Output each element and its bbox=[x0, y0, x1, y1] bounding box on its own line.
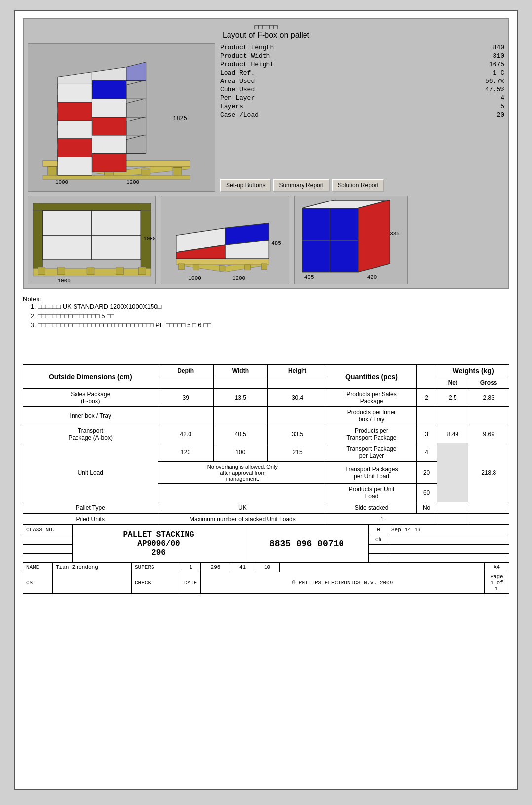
side-view-diagram: 335 405 420 bbox=[294, 196, 408, 284]
sales-package-row: Sales Package(F-box) 39 13.5 30.4 Produc… bbox=[23, 389, 509, 407]
svg-rect-6 bbox=[173, 167, 182, 176]
svg-text:1200: 1200 bbox=[126, 179, 139, 185]
inner-depth bbox=[158, 407, 213, 425]
svg-text:420: 420 bbox=[367, 274, 377, 280]
info-value: 47.5% bbox=[475, 86, 504, 93]
summary-report-button[interactable]: Summary Report bbox=[273, 179, 330, 192]
piled-units-qty: 1 bbox=[327, 514, 437, 525]
pallet-type-row: Pallet Type UK Side stacked No bbox=[23, 502, 509, 514]
title-main: Layout of F-box on pallet bbox=[223, 31, 309, 39]
info-value: 1 C bbox=[475, 69, 504, 77]
pallet-net bbox=[437, 502, 468, 514]
cs-label: CS bbox=[23, 572, 53, 594]
notes-label: Notes: bbox=[23, 295, 509, 303]
sales-package-label: Sales Package(F-box) bbox=[23, 389, 158, 407]
unit-net bbox=[437, 443, 468, 502]
info-value: 20 bbox=[475, 111, 504, 119]
svg-rect-54 bbox=[219, 266, 225, 271]
depth-header: Depth bbox=[158, 365, 213, 377]
svg-rect-36 bbox=[33, 203, 43, 275]
sales-net: 2.5 bbox=[437, 389, 468, 407]
transport-qty: 3 bbox=[416, 425, 437, 443]
col-41: 41 bbox=[230, 563, 255, 572]
button-row: Set-up Buttons Summary Report Solution R… bbox=[220, 179, 504, 192]
svg-rect-46 bbox=[116, 267, 124, 275]
title-japanese: □□□□□□ bbox=[28, 23, 504, 31]
svg-rect-53 bbox=[193, 265, 199, 270]
svg-text:1000: 1000 bbox=[143, 236, 155, 242]
svg-text:335: 335 bbox=[390, 231, 400, 237]
svg-marker-12 bbox=[126, 135, 146, 154]
note-item-3: □□□□□□□□□□□□□□□□□□□□□□□□□□□□□□ PE □□□□□ … bbox=[38, 322, 509, 329]
outside-dim-header: Outside Dimensions (cm) bbox=[23, 365, 158, 389]
unit-width: 100 bbox=[213, 443, 267, 462]
unit-transport-qty-label: Transport Packagesper Unit Load bbox=[327, 462, 416, 484]
supers-value: 1 bbox=[181, 563, 201, 572]
width-header: Width bbox=[213, 365, 267, 377]
svg-marker-22 bbox=[126, 98, 146, 117]
info-label: Area Used bbox=[220, 78, 475, 85]
rev-date: Sep 14 16 bbox=[388, 525, 509, 535]
unit-product-qty-label: Products per UnitLoad bbox=[327, 484, 416, 502]
svg-rect-44 bbox=[58, 267, 65, 275]
svg-marker-32 bbox=[126, 62, 146, 81]
info-row: Layers5 bbox=[220, 102, 504, 111]
transport-depth: 42.0 bbox=[158, 425, 213, 443]
svg-rect-55 bbox=[245, 265, 251, 270]
pallet-3d-view: 1825 1000 1200 bbox=[28, 43, 215, 192]
check-label: CHECK bbox=[132, 572, 181, 594]
svg-marker-27 bbox=[126, 80, 146, 99]
col-10: 10 bbox=[255, 563, 280, 572]
svg-text:1200: 1200 bbox=[232, 275, 245, 281]
name-value: Tian Zhendong bbox=[53, 563, 132, 572]
diagrams-row: 1000 1000 bbox=[28, 196, 504, 284]
supers-label: SUPERS bbox=[132, 563, 181, 572]
note-item-2: □□□□□□□□□□□□□□□□ 5 □□ bbox=[38, 312, 509, 320]
rev-value: 0 bbox=[369, 525, 388, 535]
page-info: Page 1 of 1 bbox=[485, 572, 509, 594]
transport-label: TransportPackage (A-box) bbox=[23, 425, 158, 443]
notes-section: Notes: □□□□□□ UK STANDARD 1200X1000X150□… bbox=[23, 295, 509, 329]
unit-load-note: No overhang is allowed. Onlyafter approv… bbox=[158, 462, 327, 484]
qty-val-header bbox=[416, 365, 437, 389]
sales-width: 13.5 bbox=[213, 389, 267, 407]
pallet-type-label: Pallet Type bbox=[23, 502, 158, 514]
svg-rect-30 bbox=[92, 81, 126, 99]
svg-rect-20 bbox=[92, 117, 126, 135]
part-number: 8835 096 00710 bbox=[245, 525, 369, 563]
svg-marker-31 bbox=[92, 67, 126, 81]
paper-size: A4 bbox=[485, 563, 509, 572]
info-label: Cube Used bbox=[220, 86, 475, 93]
svg-text:1825: 1825 bbox=[173, 115, 187, 122]
info-value: 810 bbox=[475, 52, 504, 60]
front-view-diagram: 1000 1000 bbox=[28, 196, 156, 284]
piled-gross bbox=[468, 514, 509, 525]
inner-gross bbox=[468, 407, 509, 425]
setup-button[interactable]: Set-up Buttons bbox=[220, 179, 271, 192]
svg-rect-24 bbox=[58, 102, 92, 121]
info-row: Area Used56.7% bbox=[220, 77, 504, 85]
info-label: Case /Load bbox=[220, 111, 475, 119]
sales-qty: 2 bbox=[416, 389, 437, 407]
panel-title: □□□□□□ Layout of F-box on pallet bbox=[28, 23, 504, 40]
solution-report-button[interactable]: Solution Report bbox=[332, 179, 384, 192]
piled-units-row: Piled Units Maximum number of stacked Un… bbox=[23, 514, 509, 525]
unit-load-label: Unit Load bbox=[23, 443, 158, 502]
transport-net: 8.49 bbox=[437, 425, 468, 443]
sales-qty-label: Products per SalesPackage bbox=[327, 389, 416, 407]
svg-text:485: 485 bbox=[271, 241, 281, 246]
unit-load-dim-row: Unit Load 120 100 215 Transport Packagep… bbox=[23, 443, 509, 462]
svg-text:1000: 1000 bbox=[189, 275, 201, 281]
svg-rect-51 bbox=[176, 259, 269, 265]
info-panel: Product Length840Product Width810Product… bbox=[220, 43, 504, 192]
inner-width bbox=[213, 407, 267, 425]
svg-rect-38 bbox=[33, 203, 151, 211]
info-label: Product Width bbox=[220, 52, 475, 60]
info-value: 56.7% bbox=[475, 78, 504, 85]
info-label: Layers bbox=[220, 103, 475, 110]
info-value: 840 bbox=[475, 44, 504, 51]
svg-rect-25 bbox=[92, 99, 126, 117]
unit-gross: 218.8 bbox=[468, 443, 509, 502]
svg-rect-14 bbox=[58, 139, 92, 157]
note-item-1: □□□□□□ UK STANDARD 1200X1000X150□ bbox=[38, 303, 509, 310]
